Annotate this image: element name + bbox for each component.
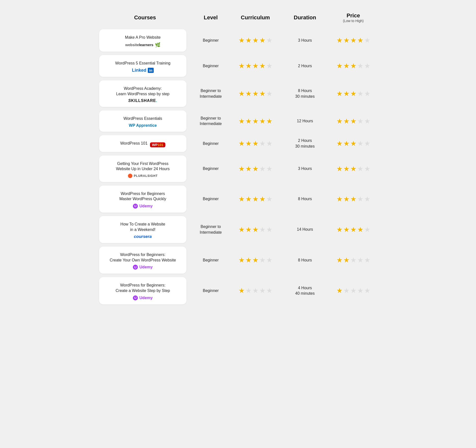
course-title: How To Create a Websitein a Weekend! bbox=[104, 222, 181, 232]
curriculum-stars: ★★★★★ bbox=[238, 90, 272, 98]
level-cell: Beginner bbox=[191, 257, 231, 263]
star-empty-icon: ★ bbox=[357, 117, 363, 125]
star-full-icon: ★ bbox=[357, 225, 363, 234]
curriculum-stars: ★★★★★ bbox=[238, 36, 272, 44]
price-stars: ★★★★★ bbox=[336, 139, 370, 148]
course-card: WordPress 5 Essential Training Linkedin bbox=[99, 55, 186, 77]
course-card: Make A Pro Website websitelearners 🌿 bbox=[99, 29, 186, 52]
brand-udemy: U Udemy bbox=[104, 204, 181, 209]
star-empty-icon: ★ bbox=[266, 165, 272, 173]
star-empty-icon: ★ bbox=[266, 36, 272, 44]
star-full-icon: ★ bbox=[343, 90, 350, 98]
star-full-icon: ★ bbox=[245, 139, 252, 148]
level-cell: Beginner toIntermediate bbox=[191, 88, 231, 99]
star-full-icon: ★ bbox=[245, 117, 252, 125]
table-row: WordPress for Beginners:Create a Website… bbox=[99, 277, 377, 304]
price-cell: ★★★★★ bbox=[330, 139, 377, 148]
duration-cell: 2 Hours bbox=[280, 63, 330, 69]
star-empty-icon: ★ bbox=[364, 139, 370, 148]
course-card: How To Create a Websitein a Weekend! cou… bbox=[99, 216, 186, 243]
udemy-icon: U bbox=[133, 295, 138, 300]
duration-cell: 4 Hours40 minutes bbox=[280, 285, 330, 296]
price-cell: ★★★★★ bbox=[330, 117, 377, 125]
star-empty-icon: ★ bbox=[357, 62, 363, 70]
price-stars: ★★★★★ bbox=[336, 287, 370, 295]
duration-cell: 3 Hours bbox=[280, 38, 330, 43]
price-stars: ★★★★★ bbox=[336, 195, 370, 203]
star-full-icon: ★ bbox=[343, 165, 350, 173]
star-full-icon: ★ bbox=[259, 36, 266, 44]
brand-coursera: coursera bbox=[104, 234, 181, 239]
star-full-icon: ★ bbox=[336, 225, 343, 234]
star-empty-icon: ★ bbox=[357, 139, 363, 148]
curriculum-cell: ★★★★★ bbox=[231, 165, 280, 173]
star-empty-icon: ★ bbox=[245, 287, 252, 295]
star-full-icon: ★ bbox=[252, 225, 259, 234]
star-full-icon: ★ bbox=[238, 195, 245, 203]
curriculum-cell: ★★★★★ bbox=[231, 139, 280, 148]
star-full-icon: ★ bbox=[343, 139, 350, 148]
udemy-icon: U bbox=[133, 265, 138, 270]
price-cell: ★★★★★ bbox=[330, 36, 377, 44]
star-full-icon: ★ bbox=[259, 117, 266, 125]
level-cell: Beginner toIntermediate bbox=[191, 116, 231, 127]
brand-udemy: U Udemy bbox=[104, 295, 181, 300]
level-cell: Beginner bbox=[191, 288, 231, 293]
star-full-icon: ★ bbox=[343, 36, 350, 44]
course-card: Getting Your First WordPressWebsite Up i… bbox=[99, 156, 186, 182]
curriculum-cell: ★★★★★ bbox=[231, 117, 280, 125]
curriculum-cell: ★★★★★ bbox=[231, 90, 280, 98]
star-empty-icon: ★ bbox=[364, 225, 370, 234]
header-level: Level bbox=[191, 12, 231, 23]
star-full-icon: ★ bbox=[238, 287, 245, 295]
course-card: WordPress for BeginnersMaster WordPress … bbox=[99, 186, 186, 213]
curriculum-cell: ★★★★★ bbox=[231, 225, 280, 234]
brand-udemy: U Udemy bbox=[104, 265, 181, 270]
price-cell: ★★★★★ bbox=[330, 225, 377, 234]
star-empty-icon: ★ bbox=[266, 225, 272, 234]
star-empty-icon: ★ bbox=[266, 139, 272, 148]
price-stars: ★★★★★ bbox=[336, 36, 370, 44]
star-empty-icon: ★ bbox=[259, 287, 266, 295]
star-full-icon: ★ bbox=[336, 62, 343, 70]
brand-websitelearners: websitelearners 🌿 bbox=[104, 42, 181, 48]
star-full-icon: ★ bbox=[245, 62, 252, 70]
star-full-icon: ★ bbox=[259, 195, 266, 203]
duration-cell: 12 Hours bbox=[280, 118, 330, 124]
star-full-icon: ★ bbox=[343, 256, 350, 264]
star-full-icon: ★ bbox=[350, 90, 357, 98]
star-full-icon: ★ bbox=[238, 139, 245, 148]
star-empty-icon: ★ bbox=[364, 90, 370, 98]
duration-cell: 8 Hours bbox=[280, 196, 330, 202]
star-empty-icon: ★ bbox=[343, 287, 350, 295]
star-empty-icon: ★ bbox=[252, 287, 259, 295]
course-card: WordPress for Beginners:Create Your Own … bbox=[99, 247, 186, 274]
level-cell: Beginner bbox=[191, 166, 231, 171]
star-full-icon: ★ bbox=[259, 90, 266, 98]
star-full-icon: ★ bbox=[245, 165, 252, 173]
table-header: Courses Level Curriculum Duration Price … bbox=[99, 10, 377, 25]
curriculum-stars: ★★★★★ bbox=[238, 287, 272, 295]
star-full-icon: ★ bbox=[350, 139, 357, 148]
table-row: WordPress Essentials WP Apprentice Begin… bbox=[99, 110, 377, 132]
price-stars: ★★★★★ bbox=[336, 225, 370, 234]
star-full-icon: ★ bbox=[336, 90, 343, 98]
star-full-icon: ★ bbox=[259, 62, 266, 70]
star-full-icon: ★ bbox=[350, 165, 357, 173]
duration-cell: 8 Hours bbox=[280, 257, 330, 263]
table-row: Make A Pro Website websitelearners 🌿 Beg… bbox=[99, 29, 377, 52]
star-full-icon: ★ bbox=[252, 36, 259, 44]
curriculum-stars: ★★★★★ bbox=[238, 117, 272, 125]
star-full-icon: ★ bbox=[336, 36, 343, 44]
star-empty-icon: ★ bbox=[364, 195, 370, 203]
star-empty-icon: ★ bbox=[266, 287, 272, 295]
course-title: WordPress for Beginners:Create Your Own … bbox=[104, 252, 181, 263]
star-empty-icon: ★ bbox=[259, 139, 266, 148]
star-empty-icon: ★ bbox=[266, 62, 272, 70]
price-cell: ★★★★★ bbox=[330, 195, 377, 203]
star-empty-icon: ★ bbox=[266, 90, 272, 98]
level-cell: Beginner bbox=[191, 38, 231, 43]
curriculum-cell: ★★★★★ bbox=[231, 195, 280, 203]
comparison-table: Courses Level Curriculum Duration Price … bbox=[99, 10, 377, 304]
star-full-icon: ★ bbox=[245, 256, 252, 264]
